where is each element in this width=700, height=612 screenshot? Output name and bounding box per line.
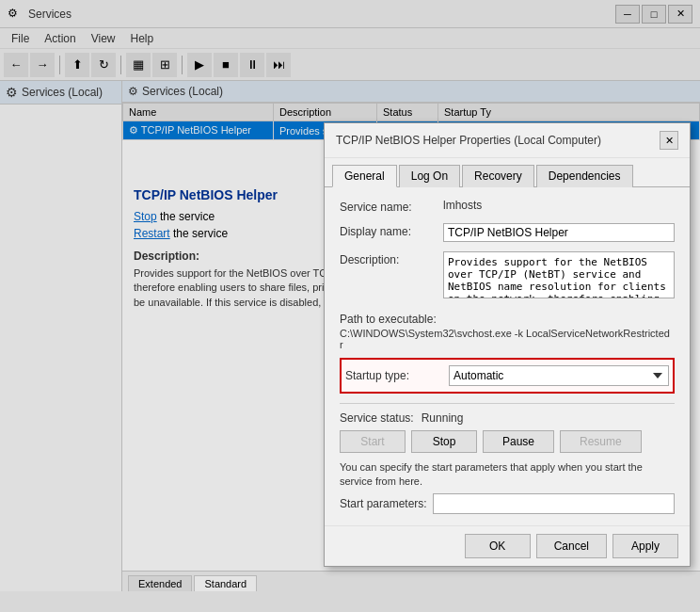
tab-logon[interactable]: Log On	[399, 165, 460, 187]
dialog-title-text: TCP/IP NetBIOS Helper Properties (Local …	[336, 134, 601, 147]
modal-overlay: TCP/IP NetBIOS Helper Properties (Local …	[0, 0, 700, 612]
resume-button[interactable]: Resume	[560, 430, 642, 453]
pause-button[interactable]: Pause	[483, 430, 554, 453]
properties-dialog: TCP/IP NetBIOS Helper Properties (Local …	[324, 122, 691, 567]
dialog-content: Service name: lmhosts Display name: Desc…	[325, 187, 690, 525]
service-status-section: Service status: Running Start Stop Pause…	[340, 411, 675, 453]
apply-button[interactable]: Apply	[612, 534, 678, 558]
description-row: Description: Provides support for the Ne…	[340, 251, 675, 301]
start-params-section: You can specify the start parameters tha…	[340, 460, 675, 514]
control-buttons: Start Stop Pause Resume	[340, 430, 675, 453]
tab-recovery[interactable]: Recovery	[462, 165, 534, 187]
startup-type-label: Startup type:	[345, 369, 449, 382]
display-name-input[interactable]	[443, 223, 675, 242]
status-value: Running	[422, 411, 464, 425]
dialog-close-button[interactable]: ✕	[660, 131, 678, 150]
divider-1	[340, 403, 675, 404]
status-display-row: Service status: Running	[340, 411, 675, 425]
params-input-label: Start parameters:	[340, 497, 427, 510]
status-label: Service status:	[340, 411, 414, 425]
startup-type-select[interactable]: Automatic Automatic (Delayed Start) Manu…	[449, 365, 669, 386]
path-value: C:\WINDOWS\System32\svchost.exe -k Local…	[340, 328, 675, 350]
ok-button[interactable]: OK	[465, 534, 531, 558]
dialog-tabs: General Log On Recovery Dependencies	[325, 158, 690, 187]
stop-button[interactable]: Stop	[411, 430, 477, 453]
dialog-title-bar: TCP/IP NetBIOS Helper Properties (Local …	[325, 123, 690, 158]
path-label: Path to executable:	[340, 311, 675, 326]
cancel-button[interactable]: Cancel	[536, 534, 607, 558]
tab-dependencies[interactable]: Dependencies	[536, 165, 633, 187]
params-input-row: Start parameters:	[340, 493, 675, 514]
service-name-label: Service name:	[340, 199, 443, 214]
display-name-label: Display name:	[340, 223, 443, 238]
display-name-row: Display name:	[340, 223, 675, 242]
path-row: Path to executable: C:\WINDOWS\System32\…	[340, 311, 675, 350]
service-name-value: lmhosts	[443, 199, 675, 212]
dialog-footer: OK Cancel Apply	[325, 525, 690, 566]
service-name-row: Service name: lmhosts	[340, 199, 675, 214]
description-textarea[interactable]: Provides support for the NetBIOS over TC…	[443, 251, 675, 298]
tab-general[interactable]: General	[332, 165, 397, 187]
params-hint: You can specify the start parameters tha…	[340, 460, 675, 490]
description-label: Description:	[340, 251, 443, 266]
startup-type-row: Startup type: Automatic Automatic (Delay…	[340, 358, 675, 394]
start-button[interactable]: Start	[340, 430, 406, 453]
start-params-input[interactable]	[433, 493, 675, 514]
